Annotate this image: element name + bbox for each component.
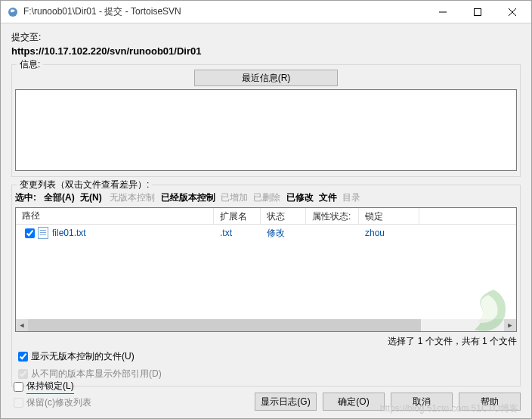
filter-deleted[interactable]: 已删除	[253, 192, 280, 203]
select-label: 选中:	[15, 192, 36, 203]
maximize-button[interactable]	[460, 1, 495, 23]
commit-to-label: 提交至:	[11, 31, 521, 44]
file-ext: .txt	[214, 226, 261, 240]
file-checkbox[interactable]	[25, 228, 35, 238]
col-status[interactable]: 状态	[261, 208, 306, 224]
file-lock: zhou	[359, 226, 419, 240]
filter-unversioned[interactable]: 无版本控制	[110, 192, 155, 203]
cancel-button[interactable]: 取消	[391, 393, 453, 411]
window-title: F:\runoob01\Dir01 - 提交 - TortoiseSVN	[23, 5, 425, 18]
app-icon	[7, 6, 19, 18]
filter-files[interactable]: 文件	[319, 192, 337, 203]
show-log-button[interactable]: 显示日志(G)	[255, 393, 317, 411]
filter-row: 选中: 全部(A) 无(N) 无版本控制 已经版本控制 已增加 已删除 已修改 …	[15, 191, 517, 204]
close-button[interactable]	[495, 1, 530, 23]
svg-rect-2	[475, 8, 481, 15]
dialog-body: 提交至: https://10.17.102.220/svn/runoob01/…	[1, 23, 531, 418]
scroll-right-icon[interactable]: ►	[504, 319, 516, 331]
keep-locks-row[interactable]: 保持锁定(L)	[11, 380, 91, 394]
changes-label: 变更列表（双击文件查看差异）:	[17, 178, 152, 191]
help-button[interactable]: 帮助	[459, 393, 521, 411]
col-ext[interactable]: 扩展名	[214, 208, 261, 224]
file-status: 修改	[261, 225, 306, 241]
recent-messages-button[interactable]: 最近信息(R)	[194, 70, 338, 86]
list-item[interactable]: file01.txt .txt 修改 zhou	[16, 225, 516, 241]
message-group: 信息: 最近信息(R)	[11, 64, 521, 177]
file-prop	[306, 231, 359, 234]
changes-group: 变更列表（双击文件查看差异）: 选中: 全部(A) 无(N) 无版本控制 已经版…	[11, 185, 521, 386]
show-unversioned-label: 显示无版本控制的文件(U)	[31, 350, 135, 363]
keep-locks-label: 保持锁定(L)	[26, 380, 74, 394]
keep-changelist-label: 保留(c)修改列表	[26, 396, 91, 409]
filter-none[interactable]: 无(N)	[80, 192, 102, 203]
filter-versioned[interactable]: 已经版本控制	[161, 192, 215, 203]
commit-url: https://10.17.102.220/svn/runoob01/Dir01	[11, 45, 521, 57]
filter-modified[interactable]: 已修改	[286, 192, 314, 203]
keep-locks-checkbox[interactable]	[14, 382, 23, 392]
col-path[interactable]: 路径	[16, 208, 214, 224]
filter-dirs[interactable]: 目录	[342, 192, 360, 203]
list-header: 路径 扩展名 状态 属性状态: 锁定	[16, 208, 516, 225]
keep-changelist-checkbox	[14, 398, 23, 408]
filter-all[interactable]: 全部(A)	[44, 192, 75, 203]
scroll-left-icon[interactable]: ◄	[16, 319, 28, 331]
titlebar[interactable]: F:\runoob01\Dir01 - 提交 - TortoiseSVN	[1, 1, 531, 23]
file-path: file01.txt	[52, 228, 86, 238]
minimize-button[interactable]	[425, 1, 460, 23]
col-prop[interactable]: 属性状态:	[306, 208, 359, 224]
scroll-thumb[interactable]	[28, 319, 421, 331]
file-icon	[38, 227, 48, 239]
col-lock[interactable]: 锁定	[359, 208, 419, 224]
commit-message-input[interactable]	[15, 89, 517, 171]
ok-button[interactable]: 确定(O)	[323, 393, 385, 411]
file-list[interactable]: 路径 扩展名 状态 属性状态: 锁定 file01.txt .txt 修改 zh…	[15, 207, 517, 332]
h-scrollbar[interactable]: ◄ ►	[16, 319, 516, 331]
message-label: 信息:	[17, 58, 43, 71]
bottom-left-options: 保持锁定(L) 保留(c)修改列表	[11, 378, 91, 411]
window-buttons	[425, 1, 530, 23]
keep-changelist-row: 保留(c)修改列表	[11, 396, 91, 410]
filter-added[interactable]: 已增加	[221, 192, 248, 203]
selection-summary: 选择了 1 个文件，共有 1 个文件	[15, 335, 517, 348]
show-unversioned-checkbox[interactable]	[18, 352, 28, 362]
window-root: F:\runoob01\Dir01 - 提交 - TortoiseSVN 提交至…	[0, 0, 532, 419]
show-unversioned-row[interactable]: 显示无版本控制的文件(U)	[15, 349, 517, 364]
